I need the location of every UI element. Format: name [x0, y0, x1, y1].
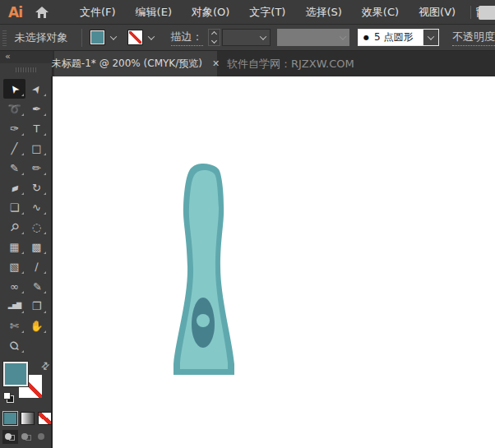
knife-tool[interactable]: ✄	[3, 316, 25, 335]
line-segment-tool[interactable]: ╱	[3, 138, 25, 158]
zoom-tool[interactable]: Ϙ	[3, 335, 25, 355]
eraser-tool[interactable]: ▰	[3, 178, 25, 197]
document-tab-bar: « 未标题-1* @ 200% (CMYK/预览) ✕ 软件自学网：RJZXW.…	[0, 51, 495, 76]
watermark-text: 软件自学网：RJZXW.COM	[227, 51, 354, 76]
stroke-panel-link[interactable]: 描边：	[171, 30, 203, 46]
rotate-tool[interactable]: ↻	[25, 178, 48, 197]
draw-inside-button[interactable]	[35, 430, 51, 444]
control-divider	[81, 29, 82, 47]
tool-panel: ➤➤➰✒✑T╱□✎✏▰↻❏∿⚲◌▦▩▧∕∞✐▂▅▇❐✄✋Ϙ ⇄	[0, 76, 53, 448]
eyedropper-tool[interactable]: ✐	[25, 276, 48, 296]
menu-bar: Ai 文件(F)编辑(E)对象(O)文字(T)选择(S)效果(C)视图(V)窗口…	[0, 0, 495, 25]
workspace-switcher-icon[interactable]	[479, 6, 495, 20]
draw-mode-row	[2, 430, 51, 444]
control-bar: 未选择对象 描边： ● 5 点圆形 不透明度	[0, 25, 495, 51]
document-tab-title: 未标题-1* @ 200% (CMYK/预览)	[52, 57, 202, 71]
tool-grid: ➤➤➰✒✑T╱□✎✏▰↻❏∿⚲◌▦▩▧∕∞✐▂▅▇❐✄✋Ϙ	[3, 79, 51, 355]
shaper-tool[interactable]: ✏	[25, 158, 48, 178]
menu-item-effect[interactable]: 效果(C)	[352, 0, 409, 25]
menu-item-select[interactable]: 选择(S)	[295, 0, 351, 25]
menu-item-object[interactable]: 对象(O)	[182, 0, 239, 25]
direct-selection-tool[interactable]: ➤	[25, 79, 48, 99]
app-logo: Ai	[8, 4, 22, 21]
brush-definition-select[interactable]: ● 5 点圆形	[358, 29, 439, 46]
stroke-weight-select[interactable]	[222, 29, 271, 46]
curvature-tool[interactable]: ✑	[3, 118, 25, 138]
selection-status: 未选择对象	[15, 30, 68, 45]
swap-fill-stroke-icon[interactable]: ⇄	[39, 358, 53, 372]
gradient-mode-button[interactable]	[21, 412, 35, 425]
column-graph-tool[interactable]: ▂▅▇	[3, 296, 25, 316]
fill-stroke-cluster: ⇄	[0, 359, 53, 407]
default-fill-stroke-icon[interactable]	[3, 392, 14, 403]
panel-grip-icon	[16, 67, 37, 72]
variable-width-select-disabled	[277, 29, 349, 46]
stroke-weight-chevron-icon[interactable]	[257, 30, 270, 45]
fill-color-dropdown[interactable]	[107, 30, 120, 45]
tool-panel-header[interactable]	[0, 63, 53, 76]
scale-tool[interactable]: ❏	[3, 197, 25, 217]
round-brush-preview-icon: ●	[363, 34, 369, 41]
selection-tool[interactable]: ➤	[3, 79, 25, 99]
draw-normal-button[interactable]	[2, 430, 18, 444]
stroke-weight-stepper[interactable]	[208, 29, 220, 46]
menu-item-view[interactable]: 视图(V)	[409, 0, 465, 25]
brush-definition-chevron[interactable]	[423, 30, 438, 45]
shape-builder-tool[interactable]: ◌	[25, 217, 48, 237]
brush-name: 5 点圆形	[374, 30, 413, 44]
brush-definition-value[interactable]: ● 5 点圆形	[359, 30, 423, 45]
pin-tool[interactable]: ⚲	[3, 217, 25, 237]
artboard-tool[interactable]: ❐	[25, 296, 48, 316]
stroke-color-swatch[interactable]	[128, 30, 142, 44]
color-mode-button[interactable]	[3, 412, 17, 425]
lasso-tool[interactable]: ➰	[3, 99, 25, 118]
stepper-up-icon[interactable]	[211, 31, 217, 37]
blend-tool[interactable]: ∞	[3, 276, 25, 296]
tab-close-icon[interactable]: ✕	[212, 58, 220, 69]
stroke-color-dropdown[interactable]	[145, 30, 158, 45]
stepper-down-icon[interactable]	[211, 38, 217, 44]
menu-item-edit[interactable]: 编辑(E)	[126, 0, 182, 25]
menu-list: 文件(F)编辑(E)对象(O)文字(T)选择(S)效果(C)视图(V)窗口(W)…	[70, 0, 495, 25]
bottle-handle-artwork[interactable]	[171, 162, 237, 377]
draw-behind-button[interactable]	[19, 430, 35, 444]
rectangle-tool[interactable]: □	[25, 138, 48, 158]
menu-divider-right	[470, 6, 471, 19]
type-tool[interactable]: T	[25, 118, 48, 138]
gradient-tool[interactable]: ▧	[3, 256, 25, 276]
paintbrush-tool[interactable]: ✎	[3, 158, 25, 178]
artwork-button-dot[interactable]	[197, 314, 210, 327]
measure-tool[interactable]: ∕	[25, 256, 48, 276]
mesh-tool[interactable]: ▩	[25, 237, 48, 256]
perspective-grid-tool[interactable]: ▦	[3, 237, 25, 256]
none-mode-button[interactable]	[38, 412, 52, 425]
pen-tool[interactable]: ✒	[25, 99, 48, 118]
menu-item-file[interactable]: 文件(F)	[70, 0, 126, 25]
document-tab[interactable]: 未标题-1* @ 200% (CMYK/预览) ✕	[54, 51, 217, 76]
artboard-canvas[interactable]	[54, 76, 495, 448]
paint-mode-row	[3, 412, 52, 425]
fill-color-swatch[interactable]	[90, 30, 104, 44]
hand-tool[interactable]: ✋	[25, 316, 48, 335]
home-icon[interactable]	[35, 7, 49, 18]
menu-item-type[interactable]: 文字(T)	[239, 0, 295, 25]
double-chevron-left-icon: «	[5, 51, 10, 62]
fill-proxy-swatch[interactable]	[3, 362, 28, 386]
collapse-panel-button[interactable]: «	[0, 51, 53, 63]
opacity-panel-link[interactable]: 不透明度	[452, 30, 495, 46]
control-bar-grip[interactable]	[2, 30, 7, 46]
puppet-warp-tool[interactable]: ∿	[25, 197, 48, 217]
